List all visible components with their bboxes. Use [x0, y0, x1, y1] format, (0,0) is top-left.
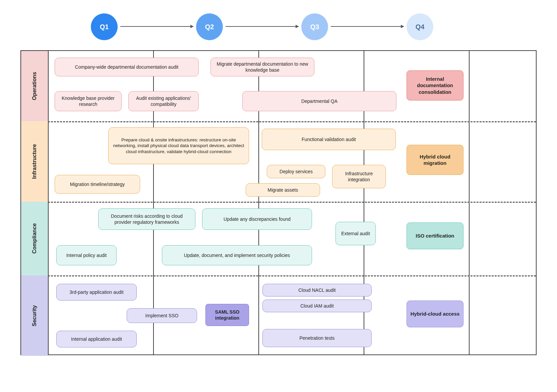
task-ops-app-compat: Audit existing applications' compatibili…	[128, 91, 199, 111]
arrow-q1-q2	[120, 26, 193, 27]
lane-label-security: Security	[21, 275, 48, 356]
task-comp-update-policies: Update, document, and implement security…	[162, 245, 312, 265]
task-ops-migrate-docs: Migrate departmental documentation to ne…	[210, 58, 314, 76]
roadmap-diagram: Q1 Q2 Q3 Q4 Operations Infrastructure Co…	[20, 10, 537, 355]
lane-label-infrastructure: Infrastructure	[21, 121, 48, 202]
task-sec-impl-sso: Implement SSO	[127, 308, 197, 323]
roadmap-grid: Operations Infrastructure Compliance Sec…	[20, 50, 537, 355]
task-sec-iam: Cloud IAM audit	[262, 300, 372, 312]
q1-circle: Q1	[91, 13, 118, 40]
task-infra-prepare: Prepare cloud & onsite infrastructures: …	[108, 127, 249, 164]
lane-label-compliance: Compliance	[21, 202, 48, 275]
task-ops-dept-qa: Departmental QA	[242, 91, 396, 111]
task-infra-migrate-assets: Migrate assets	[246, 183, 320, 197]
lane-sep-1	[48, 121, 536, 122]
task-infra-func-audit: Functional validation audit	[262, 129, 396, 150]
goal-comp: ISO certification	[407, 222, 463, 249]
task-comp-internal-audit: Internal policy audit	[56, 245, 117, 265]
lane-sep-3	[48, 275, 536, 276]
goal-ops: Internal documentation consolidation	[407, 70, 463, 101]
q4-circle: Q4	[407, 13, 433, 40]
task-sec-nacl: Cloud NACL audit	[262, 284, 372, 297]
task-sec-saml: SAML SSO integration	[205, 304, 249, 326]
task-ops-audit: Company-wide departmental documentation …	[55, 58, 199, 76]
task-comp-update-disc: Update any discrepancies found	[202, 208, 312, 230]
task-sec-pentest: Penetration tests	[262, 329, 372, 347]
col-line-0	[48, 51, 49, 354]
quarter-header: Q1 Q2 Q3 Q4	[47, 10, 537, 50]
q3-circle: Q3	[301, 13, 328, 40]
lane-sep-2	[48, 202, 536, 203]
arrow-q3-q4	[331, 26, 404, 27]
q2-circle: Q2	[196, 13, 223, 40]
task-ops-kb-research: Knowledge base provider research	[55, 91, 122, 111]
col-line-4	[469, 51, 470, 354]
task-infra-integration: Infrastructure integration	[332, 165, 386, 188]
goal-sec: Hybrid-cloud access	[407, 301, 463, 327]
task-comp-ext-audit: External audit	[335, 222, 376, 245]
task-sec-3rd-party: 3rd-party application audit	[56, 284, 137, 301]
task-infra-deploy: Deploy services	[267, 165, 325, 178]
task-sec-internal-app: Internal application audit	[56, 331, 137, 347]
goal-infra: Hybrid cloud migration	[407, 145, 463, 175]
arrow-q2-q3	[226, 26, 299, 27]
lane-label-operations: Operations	[21, 51, 48, 121]
task-comp-doc-risks: Document risks according to cloud provid…	[98, 208, 195, 230]
task-infra-timeline: Migration timeline/strategy	[55, 175, 140, 194]
